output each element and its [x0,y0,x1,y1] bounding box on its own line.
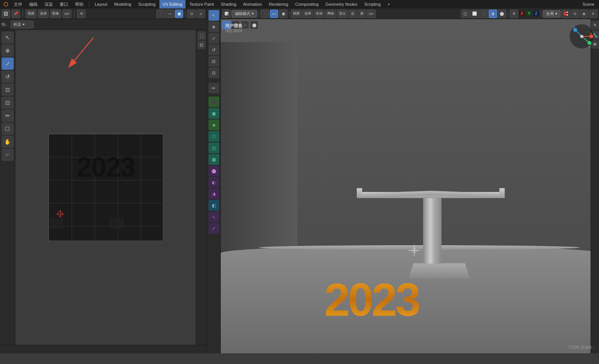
uv-select-btn[interactable]: 选择 [38,10,49,18]
face-mode-btn[interactable]: ▣ [175,10,183,18]
vp-select-menu[interactable]: 选择 [302,10,313,18]
vp-tool-rotate[interactable]: ↺ [208,44,219,55]
uv-sync-btn[interactable]: ⟲ [77,10,85,18]
workspace-geometry-nodes[interactable]: Geometry Nodes [322,0,360,8]
uv-stretch-btn[interactable]: ⊙ [187,10,196,18]
workspace-animation[interactable]: Animation [240,0,265,8]
x-toggle[interactable]: X [519,11,525,16]
uv-mode-dropdown[interactable]: 框选 ▾ [11,21,34,28]
menu-file[interactable]: 文件 [11,0,25,8]
uv-tool-move[interactable]: ⤢ [2,57,14,70]
workspace-texture-paint[interactable]: Texture Paint [186,0,217,8]
vp-tool-inset[interactable]: ◈ [208,120,219,130]
vp-tool-annotate[interactable]: ✏ [208,83,219,93]
vp-tool-knife[interactable]: ▦ [208,154,219,165]
uv-uv-btn[interactable]: UV [62,10,71,18]
uv-tool-relax[interactable]: ☞ [2,149,14,161]
uv-tool-cursor[interactable]: ⊕ [2,44,14,57]
svg-text:Z: Z [573,25,574,29]
vp-tool-shear[interactable]: ⤡ [208,212,219,222]
xyz-toggles: X Y Z [519,11,539,16]
vp-add-menu[interactable]: 添加 [314,10,325,18]
render-material-btn[interactable]: ◑ [489,10,497,18]
editor-type-btn[interactable]: 🖼 [2,10,10,18]
local-global-btn[interactable]: ◈ [580,10,588,18]
nav-gizmo[interactable]: Z X Y [568,23,595,50]
vp-tool-transform[interactable]: ⊡ [208,67,219,78]
vp-faces-mode[interactable]: ▣ [279,10,287,18]
vp-face-menu[interactable]: 面 [358,10,366,18]
workspace-shading[interactable]: Shading [218,0,239,8]
uv-tool-grab[interactable]: ✋ [2,136,14,148]
uv-tool-select[interactable]: ↖ [2,31,14,44]
render-solid-btn[interactable]: ⬛ [479,10,488,18]
workspace-rendering[interactable]: Rendering [266,0,291,8]
vp-tool-select[interactable]: ↖ [208,10,219,21]
vp-tool-cursor[interactable]: ⊕ [208,21,219,32]
menu-separator-1 [89,1,89,7]
vp-tool-shrink[interactable]: ⤢ [208,223,219,234]
z-toggle[interactable]: Z [533,11,539,16]
vp-tool-spin[interactable]: ◐ [208,177,219,188]
uv-right-tools: ⬚ ⊡ [196,30,207,345]
menu-edit[interactable]: 编辑 [26,0,41,8]
uv-tool-annotate[interactable]: ✏ [2,110,14,122]
workspace-uv-editing[interactable]: UV Editing [159,0,185,8]
vp-edge-menu[interactable]: 边 [348,10,357,18]
vp-xray-btn[interactable]: ◫ [461,10,469,18]
zoom-region-btn[interactable]: ⬚ [197,31,206,40]
vp-tool-bevel[interactable]: ⬡ [208,131,219,142]
vp-uv-menu[interactable]: UV [367,10,376,18]
vp-extra-btn[interactable]: ⬤ [250,21,258,29]
vp-mesh-menu[interactable]: 网格 [325,10,336,18]
vp-edges-mode[interactable]: — [270,10,278,18]
vp-tool-face[interactable]: ◧ [208,200,219,211]
divider3 [508,11,508,17]
proportional-btn[interactable]: ⊙ [571,10,579,18]
uv-tool-rotate[interactable]: ↺ [2,71,14,83]
uv-tool-scale[interactable]: ⊡ [2,84,14,96]
viewport-left-tools: ↖ ⊕ ⤢ ↺ ⊡ ⊡ ✏ ⬛ ▣ ◈ ⬡ ◫ ▦ ⬤ ◐ ◑ ◧ ⤡ [207,8,221,353]
view-extra-btn[interactable]: ≡ [589,10,597,18]
uv-image-btn[interactable]: 图像 [50,10,61,18]
uv-view-btn[interactable]: 视图 [26,10,36,18]
vp-view-menu[interactable]: 视图 [291,10,302,18]
view-perspective-info: 用户透视 (42) 2023 [225,23,242,33]
vp-tool-polybuild[interactable]: ⬤ [208,166,219,176]
uv-prop-btn[interactable]: ⌾ [197,10,205,18]
vp-tool-loopcut[interactable]: ◫ [208,143,219,153]
menu-help[interactable]: 帮助 [72,0,87,8]
scene-label: Scene [583,2,597,7]
workspace-layout[interactable]: Layout [92,0,110,8]
sep1 [23,10,23,17]
vp-vertex-menu[interactable]: 顶点 [337,10,348,18]
overlay-dropdown[interactable]: 全局 ▾ [543,10,561,18]
menu-window[interactable]: 窗口 [57,0,71,8]
render-full-btn[interactable]: ⬤ [498,10,506,18]
vp-tool-scale[interactable]: ⊡ [208,56,219,67]
snap-btn[interactable]: 🧲 [561,10,570,18]
render-wire-btn[interactable]: ⬜ [470,10,479,18]
workspace-add[interactable]: + [384,0,393,8]
y-toggle[interactable]: Y [526,11,532,16]
vp-vertices-mode[interactable]: · [261,10,269,18]
vp-tool-smooth[interactable]: ◑ [208,189,219,199]
edge-mode-btn[interactable]: — [166,10,174,18]
vp-editor-type[interactable]: 🎲 [222,10,231,18]
vp-tool-extrude[interactable]: ▣ [208,108,219,119]
workspace-modeling[interactable]: Modeling [111,0,135,8]
uv-tool-rip[interactable]: ☐ [2,123,14,135]
edit-mode-dropdown[interactable]: 编辑模式 ▾ [231,10,257,18]
zoom-fit-btn[interactable]: ⊡ [197,41,206,49]
vp-tool-cube[interactable]: ⬛ [208,97,219,107]
uv-pin-btn[interactable]: 📌 [11,10,20,18]
uv-tool-transform[interactable]: ⊡ [2,97,14,109]
scene-content: 2023 [221,19,599,353]
workspace-scripting[interactable]: Scripting [361,0,384,8]
vp-tool-move[interactable]: ⤢ [208,33,219,44]
vertex-mode-btn[interactable]: · [156,10,165,18]
workspace-sculpting[interactable]: Sculpting [135,0,159,8]
menu-render[interactable]: 渲染 [41,0,56,8]
vp-gizmo-btn[interactable]: ✛ [510,10,518,18]
workspace-compositing[interactable]: Compositing [292,0,322,8]
